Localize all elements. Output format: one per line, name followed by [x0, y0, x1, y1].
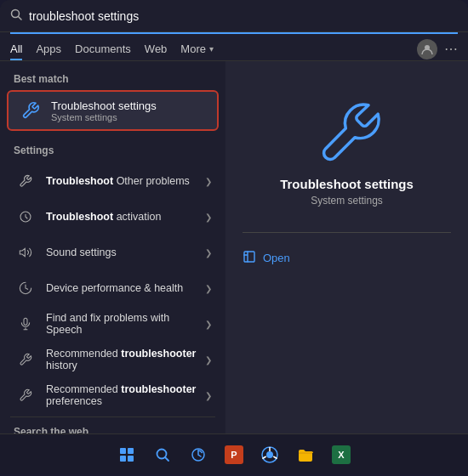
search-input[interactable]	[29, 9, 458, 23]
content-area: Best match Troubleshoot settings System …	[0, 61, 468, 434]
speech-icon	[14, 312, 37, 336]
chrome-icon	[260, 445, 279, 464]
tab-documents[interactable]: Documents	[75, 37, 131, 60]
list-item[interactable]: Recommended troubleshooter history ❯	[3, 342, 222, 377]
svg-rect-8	[244, 252, 254, 262]
settings-list: Troubleshoot Other problems ❯ Troublesho…	[0, 163, 225, 413]
activation-icon	[14, 205, 37, 229]
chevron-right-icon: ❯	[205, 248, 212, 258]
list-item[interactable]: Troubleshoot activation ❯	[3, 199, 222, 235]
right-subtitle: System settings	[311, 195, 383, 207]
widgets-icon	[191, 447, 206, 462]
taskbar: P X	[0, 434, 468, 474]
tab-more[interactable]: More ▾	[180, 37, 214, 60]
settings-label: Settings	[0, 139, 225, 160]
svg-line-1	[19, 17, 22, 20]
windows-icon	[120, 448, 134, 462]
list-item[interactable]: Sound settings ❯	[3, 235, 222, 270]
device-performance-icon	[14, 276, 37, 300]
left-panel: Best match Troubleshoot settings System …	[0, 61, 225, 434]
taskbar-chrome-button[interactable]	[254, 439, 285, 470]
taskbar-powerpoint-button[interactable]: P	[219, 439, 249, 470]
list-item[interactable]: Device performance & health ❯	[3, 270, 222, 306]
chevron-right-icon: ❯	[205, 320, 212, 329]
tab-apps[interactable]: Apps	[36, 37, 61, 60]
right-divider	[243, 232, 451, 233]
troubleshoot-icon	[19, 99, 43, 122]
nav-tabs: All Apps Documents Web More ▾ ⋯	[0, 34, 468, 61]
divider	[10, 416, 215, 417]
taskbar-search-button[interactable]	[147, 439, 178, 470]
taskbar-search-icon	[155, 447, 170, 462]
list-item[interactable]: Find and fix problems with Speech ❯	[3, 306, 222, 342]
chevron-right-icon: ❯	[205, 391, 212, 400]
settings-item-text: Device performance & health	[46, 282, 205, 294]
list-item[interactable]: Troubleshoot Other problems ❯	[3, 163, 222, 199]
best-match-title: Troubleshoot settings	[51, 99, 157, 112]
chevron-right-icon: ❯	[205, 284, 212, 293]
recommended-history-icon	[14, 348, 37, 371]
chevron-right-icon: ❯	[205, 355, 212, 365]
files-icon	[296, 445, 315, 464]
settings-item-text: Recommended troubleshooter history	[46, 348, 205, 371]
right-title: Troubleshoot settings	[280, 177, 414, 191]
settings-item-text: Find and fix problems with Speech	[46, 312, 205, 336]
nav-right: ⋯	[417, 39, 458, 60]
troubleshoot-other-icon	[14, 169, 37, 193]
svg-marker-4	[20, 248, 25, 256]
list-item[interactable]: Recommended troubleshooter preferences ❯	[3, 377, 222, 413]
best-match-item[interactable]: Troubleshoot settings System settings	[7, 90, 219, 131]
best-match-label: Best match	[0, 68, 225, 88]
start-button[interactable]	[111, 439, 142, 470]
chevron-right-icon: ❯	[205, 177, 212, 186]
taskbar-excel-button[interactable]: X	[326, 439, 357, 470]
chevron-down-icon: ▾	[209, 44, 214, 54]
settings-item-text: Troubleshoot Other problems	[46, 175, 205, 187]
settings-item-text: Recommended troubleshooter preferences	[46, 383, 205, 407]
open-label: Open	[263, 252, 290, 264]
open-button[interactable]: Open	[243, 246, 290, 269]
svg-point-13	[266, 451, 273, 458]
powerpoint-icon: P	[225, 445, 243, 464]
excel-icon: X	[332, 445, 351, 464]
search-web-label: Search the web	[0, 421, 225, 434]
tab-web[interactable]: Web	[145, 37, 168, 60]
chevron-right-icon: ❯	[205, 212, 212, 222]
more-options-button[interactable]: ⋯	[444, 41, 458, 57]
app-icon-large	[313, 95, 381, 163]
right-panel: Troubleshoot settings System settings Op…	[225, 61, 468, 434]
search-window: All Apps Documents Web More ▾ ⋯ Best mat…	[0, 0, 468, 434]
sound-icon	[14, 241, 37, 264]
user-avatar[interactable]	[417, 39, 437, 60]
search-bar	[0, 0, 468, 32]
taskbar-files-button[interactable]	[290, 439, 321, 470]
svg-rect-5	[24, 318, 27, 325]
best-match-text: Troubleshoot settings System settings	[51, 99, 157, 122]
tab-all[interactable]: All	[10, 37, 22, 60]
search-icon	[10, 8, 22, 23]
svg-line-10	[165, 457, 168, 461]
settings-item-text: Sound settings	[46, 246, 205, 258]
settings-item-text: Troubleshoot activation	[46, 211, 205, 223]
open-icon	[243, 250, 256, 266]
recommended-preferences-icon	[14, 383, 37, 407]
best-match-subtitle: System settings	[51, 112, 157, 122]
taskbar-widgets-button[interactable]	[183, 439, 214, 470]
